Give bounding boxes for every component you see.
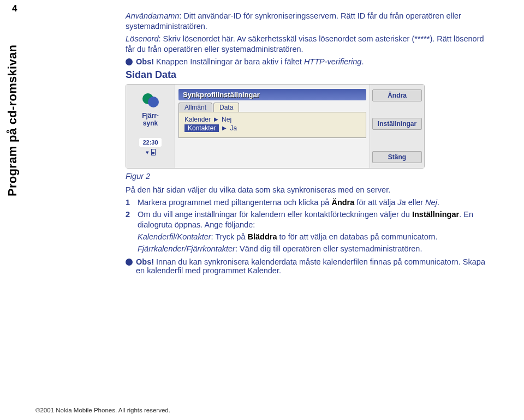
note-1-end: . [361, 57, 364, 66]
step-1-end: . [437, 198, 439, 207]
bullet-icon [126, 259, 133, 266]
step-2-number: 2 [126, 209, 138, 230]
softkey-installningar[interactable]: Inställningar [372, 118, 422, 130]
label-username: Användarnamn [126, 11, 179, 20]
step-1-bold: Ändra [331, 198, 354, 207]
battery-icon [151, 149, 156, 155]
main-content: Användarnamn: Ditt användar-ID för synkr… [126, 11, 486, 277]
device-softkeys: Ändra Inställningar Stäng [370, 85, 424, 168]
bullet-icon [126, 58, 133, 65]
copyright-footer: ©2001 Nokia Mobile Phones. All rights re… [35, 407, 170, 413]
note-1-label: Obs! [136, 57, 154, 66]
paragraph-password: Lösenord: Skriv lösenordet här. Av säker… [126, 34, 486, 55]
side-tab-title: Program på cd-romskivan [5, 45, 20, 196]
sub-kalenderfil: Kalenderfil/Kontakter: Tryck på Bläddra … [126, 232, 486, 242]
device-status-icons: ▾ [128, 149, 172, 156]
note-1: Obs! Knappen Inställningar är bara aktiv… [126, 57, 486, 66]
note-1-text: Knappen Inställningar är bara aktiv i fä… [154, 57, 304, 66]
signal-icon: ▾ [146, 149, 149, 156]
note-2: Obs! Innan du kan synkronisera kalenderd… [126, 257, 486, 275]
numbered-list: 1 Markera programmet med piltangenterna … [126, 197, 486, 255]
device-screenshot: Fjärr- synk 22:30 ▾ Synkprofilinställnin… [126, 84, 425, 169]
tab-panel: Kalender ▶ Nej Kontakter ▶ Ja [178, 112, 366, 138]
device-main-area: Synkprofilinställningar Allmänt Data Kal… [175, 85, 370, 168]
figure-label: Figur 2 [126, 172, 486, 181]
sub1-mid: : Tryck på [211, 232, 248, 241]
sub2-label: Fjärrkalender/Fjärrkontakter [138, 244, 235, 253]
softkey-andra[interactable]: Ändra [372, 89, 422, 101]
step-1-ja: Ja [397, 198, 406, 207]
sub2-rest: : Vänd dig till operatören eller systema… [235, 244, 422, 253]
softkey-stang[interactable]: Stäng [372, 151, 422, 163]
step-1-nej: Nej [425, 198, 437, 207]
note-1-field: HTTP-verifiering [304, 57, 362, 66]
row-kalender[interactable]: Kalender ▶ Nej [184, 116, 360, 123]
device-app-name: Fjärr- synk [128, 112, 172, 128]
sync-icon [141, 91, 160, 110]
row-kalender-label: Kalender [184, 116, 211, 123]
step-1-mid: för att välja [354, 198, 397, 207]
label-password: Lösenord [126, 34, 158, 43]
page-number: 4 [12, 3, 17, 14]
arrow-icon: ▶ [222, 125, 227, 131]
row-kontakter-value: Ja [230, 124, 237, 132]
row-kalender-value: Nej [222, 116, 231, 123]
tab-allmant[interactable]: Allmänt [178, 103, 212, 112]
step-1: 1 Markera programmet med piltangenterna … [126, 197, 486, 208]
device-left-panel: Fjärr- synk 22:30 ▾ [126, 85, 175, 168]
tab-row: Allmänt Data [178, 103, 366, 112]
row-kontakter-label: Kontakter [184, 124, 219, 132]
sub1-label: Kalenderfil/Kontakter [138, 232, 211, 241]
tab-data[interactable]: Data [213, 103, 239, 112]
paragraph-intro: På den här sidan väljer du vilka data so… [126, 185, 486, 195]
step-2: 2 Om du vill ange inställningar för kale… [126, 209, 486, 230]
note-2-text: Innan du kan synkronisera kalenderdata m… [136, 257, 485, 275]
sub1-bold: Bläddra [248, 232, 277, 241]
step-1-or: eller [406, 198, 425, 207]
step-1-pre: Markera programmet med piltangenterna oc… [138, 198, 331, 207]
row-kontakter[interactable]: Kontakter ▶ Ja [184, 124, 360, 132]
dialog-title: Synkprofilinställningar [178, 89, 366, 100]
step-2-bold: Inställningar [412, 210, 459, 219]
arrow-icon: ▶ [214, 116, 218, 122]
sub-fjarrkalender: Fjärrkalender/Fjärrkontakter: Vänd dig t… [126, 244, 486, 254]
text-password: : Skriv lösenordet här. Av säkerhetsskäl… [126, 34, 484, 53]
device-clock: 22:30 [139, 138, 161, 147]
step-2-pre: Om du vill ange inställningar för kalend… [138, 210, 412, 219]
heading-sidan-data: Sidan Data [126, 69, 486, 81]
step-1-number: 1 [126, 197, 138, 208]
paragraph-username: Användarnamn: Ditt användar-ID för synkr… [126, 11, 486, 32]
sub1-rest: to för att välja en databas på communica… [277, 232, 438, 241]
note-2-label: Obs! [136, 257, 154, 266]
